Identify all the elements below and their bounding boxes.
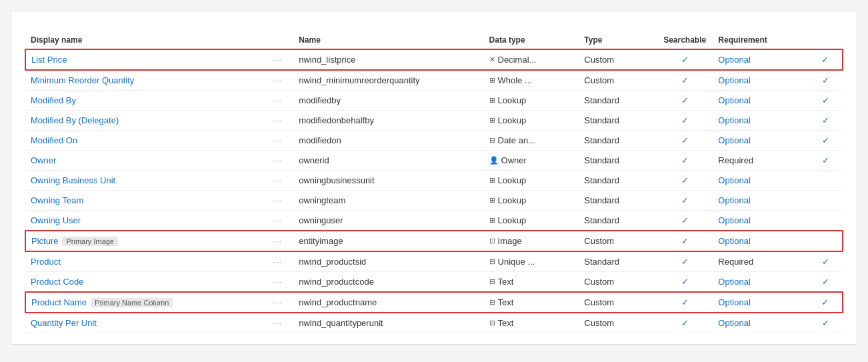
cell-dots[interactable]: ···	[267, 70, 293, 91]
cell-searchable: ✓	[657, 191, 713, 211]
end-check-icon: ✓	[822, 95, 829, 105]
cell-dots[interactable]: ···	[267, 313, 293, 333]
type-name: Lookup	[498, 95, 527, 105]
display-name-link[interactable]: Product Name	[31, 297, 87, 307]
display-name-link[interactable]: Modified On	[31, 135, 77, 145]
dots-menu[interactable]: ···	[273, 135, 282, 145]
cell-data-type: ⊞Whole ...	[484, 70, 579, 91]
end-check-icon: ✓	[822, 257, 829, 267]
dots-menu[interactable]: ···	[273, 75, 282, 85]
display-name-link[interactable]: Quantity Per Unit	[31, 318, 97, 328]
cell-display-name: Product NamePrimary Name Column	[25, 292, 267, 313]
table-row: Modified By···modifiedby⊞LookupStandard✓…	[25, 91, 843, 111]
end-check-icon: ✓	[821, 55, 829, 65]
cell-data-type: ⊞Lookup	[484, 171, 579, 191]
searchable-check-icon: ✓	[681, 318, 689, 328]
dots-menu[interactable]: ···	[273, 155, 282, 165]
cell-display-name: Owning Team	[25, 191, 267, 211]
requirement-label: Required	[718, 155, 753, 165]
display-name-link[interactable]: Modified By	[31, 95, 76, 105]
dots-menu[interactable]: ···	[273, 175, 282, 185]
end-check-icon: ✓	[822, 115, 829, 125]
cell-logical-name: nwind_minimumreorderquantity	[293, 70, 483, 91]
searchable-check-icon: ✓	[681, 297, 689, 307]
cell-source: Standard	[579, 151, 657, 171]
display-name-link[interactable]: Owning User	[31, 215, 81, 225]
display-name-link[interactable]: List Price	[31, 55, 67, 65]
dots-menu[interactable]: ···	[273, 257, 282, 267]
type-name: Owner	[501, 155, 527, 165]
end-check-icon: ✓	[822, 318, 829, 328]
display-name-link[interactable]: Product Code	[31, 277, 84, 287]
cell-dots[interactable]: ···	[267, 272, 293, 293]
table-row: PicturePrimary Image···entityimage⊡Image…	[25, 231, 843, 251]
requirement-label: Optional	[718, 175, 750, 185]
display-name-link[interactable]: Owner	[31, 155, 56, 165]
type-name: Lookup	[498, 215, 527, 225]
dots-menu[interactable]: ···	[273, 236, 282, 246]
cell-data-type: ⊡Image	[484, 231, 579, 251]
display-name-link[interactable]: Product	[31, 257, 61, 267]
requirement-label: Optional	[718, 55, 750, 65]
table-row: Owner···ownerid👤OwnerStandard✓Required✓	[25, 151, 843, 171]
cell-display-name: Product Code	[25, 272, 267, 293]
cell-requirement: Optional	[713, 272, 808, 293]
cell-end-check	[808, 211, 843, 231]
header-data-type: Data type	[484, 31, 579, 49]
table-header-row: Display name Name Data type Type Searcha…	[25, 31, 843, 49]
requirement-label: Optional	[718, 277, 750, 287]
cell-data-type: ⊟Unique ...	[484, 251, 579, 272]
requirement-label: Optional	[718, 318, 750, 328]
cell-dots[interactable]: ···	[267, 292, 293, 313]
searchable-check-icon: ✓	[681, 135, 689, 145]
display-name-link[interactable]: Modified By (Delegate)	[31, 115, 119, 125]
cell-requirement: Required	[713, 151, 808, 171]
display-name-link[interactable]: Owning Team	[31, 195, 83, 205]
type-name: Decimal...	[498, 55, 537, 65]
cell-data-type: ✕Decimal...	[484, 49, 579, 70]
cell-logical-name: ownerid	[293, 151, 483, 171]
dots-menu[interactable]: ···	[273, 215, 282, 225]
dots-menu[interactable]: ···	[273, 115, 282, 125]
cell-dots[interactable]: ···	[267, 49, 293, 70]
cell-dots[interactable]: ···	[267, 191, 293, 211]
cell-dots[interactable]: ···	[267, 251, 293, 272]
dots-menu[interactable]: ···	[273, 195, 282, 205]
table-row: Owning Team···owningteam⊞LookupStandard✓…	[25, 191, 843, 211]
cell-dots[interactable]: ···	[267, 211, 293, 231]
display-name-link[interactable]: Minimum Reorder Quantity	[31, 75, 134, 85]
display-name-link[interactable]: Picture	[31, 236, 58, 246]
searchable-check-icon: ✓	[681, 195, 689, 205]
header-type: Type	[579, 31, 657, 49]
dots-menu[interactable]: ···	[273, 318, 282, 328]
type-name: Text	[498, 297, 514, 307]
cell-end-check: ✓	[808, 131, 843, 151]
dots-menu[interactable]: ···	[273, 55, 282, 65]
cell-requirement: Optional	[713, 231, 808, 251]
cell-dots[interactable]: ···	[267, 231, 293, 251]
table-row: Modified On···modifiedon⊟Date an...Stand…	[25, 131, 843, 151]
cell-display-name: Modified On	[25, 131, 267, 151]
cell-logical-name: nwind_productcode	[293, 272, 483, 293]
cell-dots[interactable]: ···	[267, 111, 293, 131]
cell-dots[interactable]: ···	[267, 131, 293, 151]
type-name: Whole ...	[498, 75, 532, 85]
cell-dots[interactable]: ···	[267, 171, 293, 191]
table-row: List Price···nwind_listprice✕Decimal...C…	[25, 49, 843, 70]
requirement-label: Optional	[718, 95, 750, 105]
type-name: Lookup	[498, 175, 527, 185]
end-check-icon: ✓	[822, 155, 829, 165]
dots-menu[interactable]: ···	[273, 297, 282, 307]
cell-source: Standard	[579, 131, 657, 151]
cell-end-check: ✓	[808, 111, 843, 131]
column-tag: Primary Name Column	[91, 298, 173, 307]
end-check-icon: ✓	[822, 135, 829, 145]
type-icon: ⊟	[489, 298, 495, 307]
searchable-check-icon: ✓	[681, 236, 689, 246]
dots-menu[interactable]: ···	[273, 277, 282, 287]
cell-dots[interactable]: ···	[267, 91, 293, 111]
dots-menu[interactable]: ···	[273, 95, 282, 105]
cell-dots[interactable]: ···	[267, 151, 293, 171]
display-name-link[interactable]: Owning Business Unit	[31, 175, 115, 185]
searchable-check-icon: ✓	[681, 115, 689, 125]
